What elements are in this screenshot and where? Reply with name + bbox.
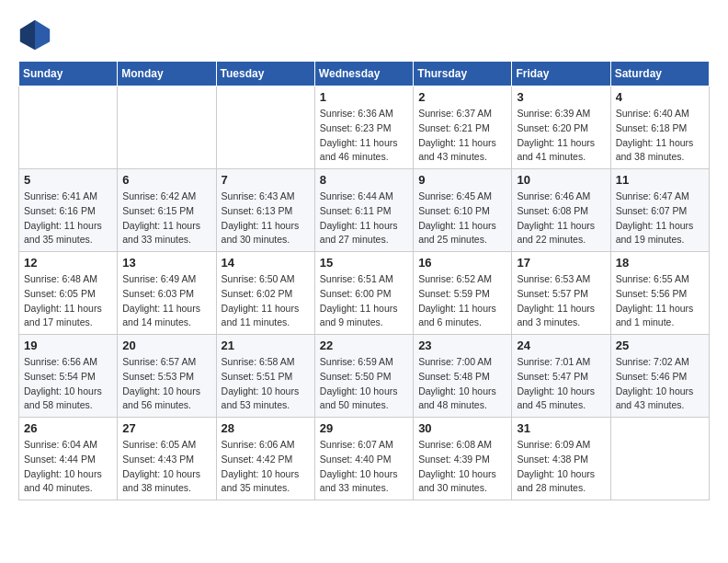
weekday-header-row: SundayMondayTuesdayWednesdayThursdayFrid…: [19, 62, 710, 86]
day-number: 18: [616, 256, 704, 270]
day-info: Sunrise: 6:50 AM Sunset: 6:02 PM Dayligh…: [222, 272, 310, 330]
day-cell: 1Sunrise: 6:36 AM Sunset: 6:23 PM Daylig…: [314, 86, 413, 169]
day-cell: 17Sunrise: 6:53 AM Sunset: 5:57 PM Dayli…: [512, 252, 610, 335]
weekday-friday: Friday: [512, 62, 610, 86]
day-number: 4: [616, 90, 704, 104]
day-number: 12: [24, 256, 112, 270]
day-info: Sunrise: 6:49 AM Sunset: 6:03 PM Dayligh…: [122, 272, 210, 330]
day-info: Sunrise: 6:56 AM Sunset: 5:54 PM Dayligh…: [24, 355, 112, 413]
day-number: 17: [517, 256, 605, 270]
day-cell: 22Sunrise: 6:59 AM Sunset: 5:50 PM Dayli…: [314, 335, 413, 418]
weekday-sunday: Sunday: [19, 62, 118, 86]
logo-icon: [18, 18, 51, 52]
day-cell: [19, 86, 118, 169]
day-number: 19: [24, 339, 112, 352]
day-cell: 15Sunrise: 6:51 AM Sunset: 6:00 PM Dayli…: [314, 252, 413, 335]
svg-marker-1: [35, 20, 50, 50]
svg-marker-2: [20, 20, 35, 50]
day-info: Sunrise: 6:40 AM Sunset: 6:18 PM Dayligh…: [616, 107, 704, 165]
day-cell: 23Sunrise: 7:00 AM Sunset: 5:48 PM Dayli…: [414, 335, 512, 418]
day-cell: 28Sunrise: 6:06 AM Sunset: 4:42 PM Dayli…: [216, 418, 314, 500]
calendar-table: SundayMondayTuesdayWednesdayThursdayFrid…: [18, 61, 710, 500]
day-info: Sunrise: 6:51 AM Sunset: 6:00 PM Dayligh…: [320, 272, 408, 330]
day-info: Sunrise: 6:58 AM Sunset: 5:51 PM Dayligh…: [222, 355, 310, 413]
day-info: Sunrise: 6:06 AM Sunset: 4:42 PM Dayligh…: [222, 438, 310, 496]
day-number: 9: [418, 173, 506, 187]
day-cell: [216, 86, 314, 169]
day-cell: 24Sunrise: 7:01 AM Sunset: 5:47 PM Dayli…: [512, 335, 610, 418]
day-cell: 26Sunrise: 6:04 AM Sunset: 4:44 PM Dayli…: [19, 418, 118, 500]
day-info: Sunrise: 6:41 AM Sunset: 6:16 PM Dayligh…: [24, 190, 112, 247]
day-info: Sunrise: 6:48 AM Sunset: 6:05 PM Dayligh…: [24, 272, 112, 330]
day-info: Sunrise: 6:53 AM Sunset: 5:57 PM Dayligh…: [517, 272, 605, 330]
day-cell: 21Sunrise: 6:58 AM Sunset: 5:51 PM Dayli…: [216, 335, 314, 418]
day-number: 21: [222, 339, 310, 352]
week-row-1: 1Sunrise: 6:36 AM Sunset: 6:23 PM Daylig…: [19, 86, 710, 169]
day-info: Sunrise: 7:01 AM Sunset: 5:47 PM Dayligh…: [517, 355, 605, 413]
day-info: Sunrise: 6:36 AM Sunset: 6:23 PM Dayligh…: [320, 107, 408, 165]
week-row-4: 19Sunrise: 6:56 AM Sunset: 5:54 PM Dayli…: [19, 335, 710, 418]
day-info: Sunrise: 6:04 AM Sunset: 4:44 PM Dayligh…: [24, 438, 112, 496]
day-info: Sunrise: 7:02 AM Sunset: 5:46 PM Dayligh…: [616, 355, 704, 413]
day-cell: 13Sunrise: 6:49 AM Sunset: 6:03 PM Dayli…: [118, 252, 216, 335]
day-cell: 30Sunrise: 6:08 AM Sunset: 4:39 PM Dayli…: [414, 418, 512, 500]
day-number: 6: [122, 173, 210, 187]
day-cell: 5Sunrise: 6:41 AM Sunset: 6:16 PM Daylig…: [19, 169, 118, 252]
day-cell: 31Sunrise: 6:09 AM Sunset: 4:38 PM Dayli…: [512, 418, 610, 500]
day-cell: 9Sunrise: 6:45 AM Sunset: 6:10 PM Daylig…: [414, 169, 512, 252]
page-header: [18, 18, 710, 52]
day-number: 7: [222, 173, 310, 187]
day-cell: 3Sunrise: 6:39 AM Sunset: 6:20 PM Daylig…: [512, 86, 610, 169]
day-info: Sunrise: 6:59 AM Sunset: 5:50 PM Dayligh…: [320, 355, 408, 413]
day-number: 31: [517, 421, 605, 435]
day-number: 11: [616, 173, 704, 187]
day-info: Sunrise: 6:52 AM Sunset: 5:59 PM Dayligh…: [418, 272, 506, 330]
day-info: Sunrise: 6:47 AM Sunset: 6:07 PM Dayligh…: [616, 190, 704, 247]
day-info: Sunrise: 6:09 AM Sunset: 4:38 PM Dayligh…: [517, 438, 605, 496]
day-number: 24: [517, 339, 605, 352]
day-cell: 25Sunrise: 7:02 AM Sunset: 5:46 PM Dayli…: [610, 335, 709, 418]
day-number: 3: [517, 90, 605, 104]
day-info: Sunrise: 6:44 AM Sunset: 6:11 PM Dayligh…: [320, 190, 408, 247]
day-cell: 14Sunrise: 6:50 AM Sunset: 6:02 PM Dayli…: [216, 252, 314, 335]
day-info: Sunrise: 6:07 AM Sunset: 4:40 PM Dayligh…: [320, 438, 408, 496]
day-cell: 19Sunrise: 6:56 AM Sunset: 5:54 PM Dayli…: [19, 335, 118, 418]
day-cell: 8Sunrise: 6:44 AM Sunset: 6:11 PM Daylig…: [314, 169, 413, 252]
day-cell: 18Sunrise: 6:55 AM Sunset: 5:56 PM Dayli…: [610, 252, 709, 335]
week-row-2: 5Sunrise: 6:41 AM Sunset: 6:16 PM Daylig…: [19, 169, 710, 252]
day-info: Sunrise: 6:55 AM Sunset: 5:56 PM Dayligh…: [616, 272, 704, 330]
day-cell: 27Sunrise: 6:05 AM Sunset: 4:43 PM Dayli…: [118, 418, 216, 500]
day-number: 30: [418, 421, 506, 435]
logo: [18, 18, 55, 52]
day-cell: 10Sunrise: 6:46 AM Sunset: 6:08 PM Dayli…: [512, 169, 610, 252]
weekday-monday: Monday: [118, 62, 216, 86]
day-cell: 7Sunrise: 6:43 AM Sunset: 6:13 PM Daylig…: [216, 169, 314, 252]
day-cell: 2Sunrise: 6:37 AM Sunset: 6:21 PM Daylig…: [414, 86, 512, 169]
day-cell: [118, 86, 216, 169]
weekday-tuesday: Tuesday: [216, 62, 314, 86]
day-number: 27: [122, 421, 210, 435]
day-number: 1: [320, 90, 408, 104]
day-number: 2: [418, 90, 506, 104]
day-info: Sunrise: 6:57 AM Sunset: 5:53 PM Dayligh…: [122, 355, 210, 413]
day-number: 22: [320, 339, 408, 352]
day-info: Sunrise: 6:45 AM Sunset: 6:10 PM Dayligh…: [418, 190, 506, 247]
day-number: 14: [222, 256, 310, 270]
weekday-saturday: Saturday: [610, 62, 709, 86]
day-number: 10: [517, 173, 605, 187]
week-row-5: 26Sunrise: 6:04 AM Sunset: 4:44 PM Dayli…: [19, 418, 710, 500]
day-info: Sunrise: 6:43 AM Sunset: 6:13 PM Dayligh…: [222, 190, 310, 247]
calendar-body: 1Sunrise: 6:36 AM Sunset: 6:23 PM Daylig…: [19, 86, 710, 500]
day-number: 26: [24, 421, 112, 435]
day-cell: [610, 418, 709, 500]
weekday-thursday: Thursday: [414, 62, 512, 86]
day-number: 20: [122, 339, 210, 352]
day-number: 16: [418, 256, 506, 270]
day-number: 23: [418, 339, 506, 352]
day-number: 25: [616, 339, 704, 352]
day-cell: 4Sunrise: 6:40 AM Sunset: 6:18 PM Daylig…: [610, 86, 709, 169]
week-row-3: 12Sunrise: 6:48 AM Sunset: 6:05 PM Dayli…: [19, 252, 710, 335]
day-number: 13: [122, 256, 210, 270]
day-cell: 12Sunrise: 6:48 AM Sunset: 6:05 PM Dayli…: [19, 252, 118, 335]
day-info: Sunrise: 6:46 AM Sunset: 6:08 PM Dayligh…: [517, 190, 605, 247]
